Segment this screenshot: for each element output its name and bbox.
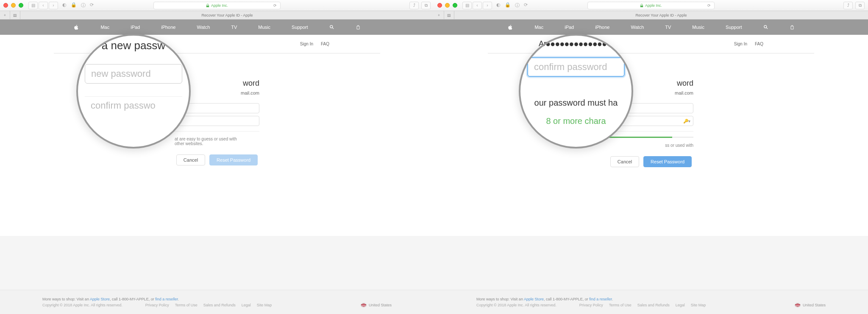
signin-link[interactable]: Sign In <box>300 42 313 46</box>
search-icon[interactable] <box>329 25 334 30</box>
footer-privacy[interactable]: Privacy Policy <box>579 303 603 307</box>
forward-button[interactable]: › <box>49 2 58 9</box>
nav-ipad[interactable]: iPad <box>131 25 140 30</box>
region-selector[interactable]: United States <box>361 303 392 307</box>
find-reseller-link[interactable]: find a reseller <box>589 297 612 301</box>
svg-point-1 <box>764 25 766 28</box>
footer: More ways to shop: Visit an Apple Store,… <box>0 290 434 314</box>
magnified-hint-2: 8 or more chara <box>546 116 606 126</box>
svg-point-0 <box>330 25 332 28</box>
close-window[interactable] <box>3 3 8 8</box>
lock-icon: 🔒 <box>505 2 511 8</box>
reload-icon[interactable]: ⟳ <box>90 2 94 8</box>
signin-link[interactable]: Sign In <box>734 42 747 46</box>
magnified-confirm-password[interactable]: confirm password <box>527 57 625 77</box>
nav-support[interactable]: Support <box>292 25 308 30</box>
main-content: word mail.com 🔑▾ ss or used with Cancel … <box>434 53 868 236</box>
url-text: Apple Inc. <box>645 3 662 8</box>
minimize-window[interactable] <box>11 3 16 8</box>
reset-password-button[interactable]: Reset Password <box>643 156 692 167</box>
magnified-hint-1: our password must ha <box>534 98 618 108</box>
traffic-lights <box>3 3 23 8</box>
footer-privacy[interactable]: Privacy Policy <box>145 303 169 307</box>
minimize-window[interactable] <box>445 3 450 8</box>
nav-ipad[interactable]: iPad <box>565 25 574 30</box>
tab-title[interactable]: Recover Your Apple ID - Apple <box>20 13 434 17</box>
nav-music[interactable]: Music <box>258 25 270 30</box>
https-lock-icon <box>640 4 643 7</box>
lock-icon: 🔒 <box>71 2 77 8</box>
faq-link[interactable]: FAQ <box>321 42 329 46</box>
strength-meter <box>609 137 693 138</box>
close-window[interactable] <box>437 3 442 8</box>
footer-sitemap[interactable]: Site Map <box>257 303 272 307</box>
info-icon[interactable]: ⓘ <box>81 2 86 8</box>
toolbar-sidebar[interactable]: ▤ <box>28 2 38 9</box>
footer-terms[interactable]: Terms of Use <box>175 303 198 307</box>
magnified-new-password[interactable]: new password <box>85 64 182 84</box>
nav-tv[interactable]: TV <box>231 25 237 30</box>
tabs-button[interactable]: ⧉ <box>855 2 865 9</box>
back-button[interactable]: ‹ <box>39 2 48 9</box>
nav-mac[interactable]: Mac <box>100 25 109 30</box>
fullscreen-window[interactable] <box>19 3 23 8</box>
fullscreen-window[interactable] <box>453 3 457 8</box>
nav-iphone[interactable]: iPhone <box>595 25 609 30</box>
share-button[interactable]: ⤴ <box>843 2 853 9</box>
macos-titlebar: ▤ ‹ › ◐ 🔒 ⓘ ⟳ Apple Inc. ⟳ ⤴ ⧉ <box>0 0 434 11</box>
nav-watch[interactable]: Watch <box>197 25 210 30</box>
refresh-icon[interactable]: ⟳ <box>707 3 711 8</box>
tab-title[interactable]: Recover Your Apple ID - Apple <box>454 13 868 17</box>
address-bar[interactable]: Apple Inc. ⟳ <box>587 2 715 9</box>
forward-button[interactable]: › <box>483 2 492 9</box>
nav-tv[interactable]: TV <box>665 25 671 30</box>
bag-icon[interactable] <box>356 25 361 30</box>
reader-icon[interactable]: ◐ <box>62 2 67 8</box>
apple-logo-icon[interactable] <box>73 24 79 30</box>
nav-iphone[interactable]: iPhone <box>161 25 175 30</box>
url-text: Apple Inc. <box>211 3 228 8</box>
reload-icon[interactable]: ⟳ <box>524 2 528 8</box>
reader-icon[interactable]: ◐ <box>496 2 501 8</box>
address-bar[interactable]: Apple Inc. ⟳ <box>153 2 281 9</box>
back-button[interactable]: ‹ <box>473 2 482 9</box>
us-flag-icon <box>361 303 367 307</box>
nav-mac[interactable]: Mac <box>534 25 543 30</box>
key-icon[interactable]: 🔑▾ <box>683 119 690 123</box>
find-reseller-link[interactable]: find a reseller <box>155 297 178 301</box>
footer-legal[interactable]: Legal <box>242 303 251 307</box>
refresh-icon[interactable]: ⟳ <box>273 3 277 8</box>
cancel-button[interactable]: Cancel <box>176 154 205 165</box>
nav-watch[interactable]: Watch <box>631 25 644 30</box>
apple-logo-icon[interactable] <box>507 24 513 30</box>
tab-list-button[interactable]: ▤ <box>444 11 454 19</box>
tab-bar: + ▤ Recover Your Apple ID - Apple <box>0 11 434 20</box>
share-button[interactable]: ⤴ <box>409 2 419 9</box>
confirm-password-input[interactable] <box>175 116 259 126</box>
footer-sitemap[interactable]: Site Map <box>691 303 706 307</box>
footer-sales[interactable]: Sales and Refunds <box>637 303 670 307</box>
footer-legal[interactable]: Legal <box>676 303 685 307</box>
copyright: Copyright © 2018 Apple Inc. All rights r… <box>42 303 122 307</box>
apple-store-link[interactable]: Apple Store <box>524 297 544 301</box>
faq-link[interactable]: FAQ <box>755 42 763 46</box>
bag-icon[interactable] <box>790 25 795 30</box>
new-tab-button[interactable]: + <box>0 11 10 19</box>
footer-terms[interactable]: Terms of Use <box>609 303 632 307</box>
cancel-button[interactable]: Cancel <box>610 156 639 167</box>
region-selector[interactable]: United States <box>795 303 826 307</box>
magnified-confirm-password[interactable]: confirm passwo <box>85 96 182 114</box>
reset-password-button[interactable]: Reset Password <box>209 154 258 165</box>
tab-list-button[interactable]: ▤ <box>10 11 20 19</box>
new-tab-button[interactable]: + <box>434 11 444 19</box>
apple-store-link[interactable]: Apple Store <box>90 297 110 301</box>
apple-global-nav: Mac iPad iPhone Watch TV Music Support <box>434 20 868 35</box>
magnified-title: a new passw <box>102 39 165 52</box>
info-icon[interactable]: ⓘ <box>515 2 520 8</box>
nav-support[interactable]: Support <box>726 25 742 30</box>
nav-music[interactable]: Music <box>692 25 704 30</box>
toolbar-sidebar[interactable]: ▤ <box>462 2 472 9</box>
footer-sales[interactable]: Sales and Refunds <box>203 303 236 307</box>
tabs-button[interactable]: ⧉ <box>421 2 431 9</box>
search-icon[interactable] <box>763 25 768 30</box>
